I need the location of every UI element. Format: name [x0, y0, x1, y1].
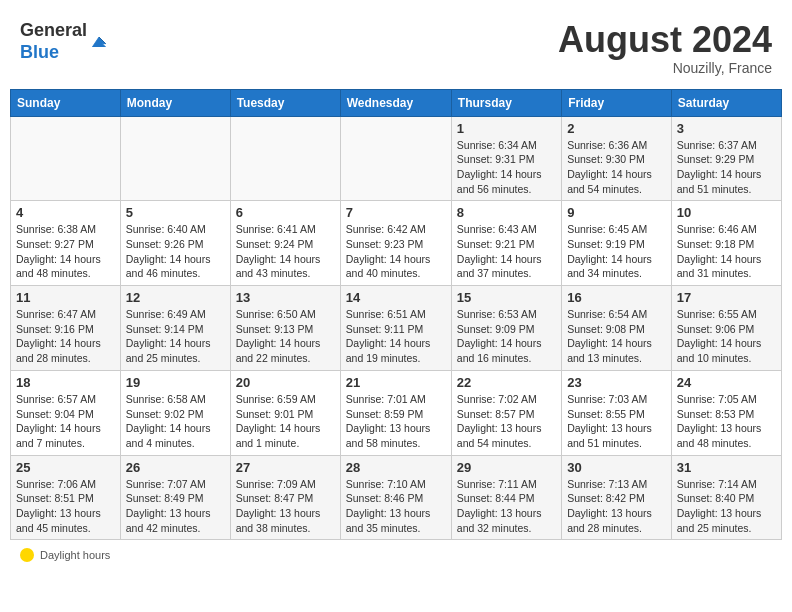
- day-number: 21: [346, 375, 446, 390]
- day-number: 26: [126, 460, 225, 475]
- calendar-cell: 31Sunrise: 7:14 AMSunset: 8:40 PMDayligh…: [671, 455, 781, 540]
- calendar-cell: 27Sunrise: 7:09 AMSunset: 8:47 PMDayligh…: [230, 455, 340, 540]
- day-number: 25: [16, 460, 115, 475]
- day-info: Sunrise: 6:43 AMSunset: 9:21 PMDaylight:…: [457, 222, 556, 281]
- day-info: Sunrise: 7:13 AMSunset: 8:42 PMDaylight:…: [567, 477, 666, 536]
- day-number: 16: [567, 290, 666, 305]
- day-info: Sunrise: 6:53 AMSunset: 9:09 PMDaylight:…: [457, 307, 556, 366]
- day-info: Sunrise: 6:45 AMSunset: 9:19 PMDaylight:…: [567, 222, 666, 281]
- calendar-cell: 7Sunrise: 6:42 AMSunset: 9:23 PMDaylight…: [340, 201, 451, 286]
- footer: Daylight hours: [10, 540, 782, 566]
- weekday-header-wednesday: Wednesday: [340, 89, 451, 116]
- day-info: Sunrise: 7:10 AMSunset: 8:46 PMDaylight:…: [346, 477, 446, 536]
- day-number: 30: [567, 460, 666, 475]
- calendar-cell: 2Sunrise: 6:36 AMSunset: 9:30 PMDaylight…: [562, 116, 672, 201]
- weekday-header-row: SundayMondayTuesdayWednesdayThursdayFrid…: [11, 89, 782, 116]
- calendar-week-3: 11Sunrise: 6:47 AMSunset: 9:16 PMDayligh…: [11, 286, 782, 371]
- day-number: 23: [567, 375, 666, 390]
- day-info: Sunrise: 7:05 AMSunset: 8:53 PMDaylight:…: [677, 392, 776, 451]
- day-number: 2: [567, 121, 666, 136]
- day-number: 6: [236, 205, 335, 220]
- day-info: Sunrise: 6:55 AMSunset: 9:06 PMDaylight:…: [677, 307, 776, 366]
- calendar-cell: 23Sunrise: 7:03 AMSunset: 8:55 PMDayligh…: [562, 370, 672, 455]
- calendar-week-1: 1Sunrise: 6:34 AMSunset: 9:31 PMDaylight…: [11, 116, 782, 201]
- logo-text: General Blue: [20, 20, 87, 63]
- calendar-cell: 5Sunrise: 6:40 AMSunset: 9:26 PMDaylight…: [120, 201, 230, 286]
- calendar-week-5: 25Sunrise: 7:06 AMSunset: 8:51 PMDayligh…: [11, 455, 782, 540]
- calendar-cell: 18Sunrise: 6:57 AMSunset: 9:04 PMDayligh…: [11, 370, 121, 455]
- day-number: 8: [457, 205, 556, 220]
- weekday-header-tuesday: Tuesday: [230, 89, 340, 116]
- calendar-week-4: 18Sunrise: 6:57 AMSunset: 9:04 PMDayligh…: [11, 370, 782, 455]
- day-number: 14: [346, 290, 446, 305]
- title-area: August 2024 Nouzilly, France: [558, 20, 772, 76]
- day-number: 24: [677, 375, 776, 390]
- day-info: Sunrise: 7:01 AMSunset: 8:59 PMDaylight:…: [346, 392, 446, 451]
- calendar-cell: 12Sunrise: 6:49 AMSunset: 9:14 PMDayligh…: [120, 286, 230, 371]
- day-info: Sunrise: 6:34 AMSunset: 9:31 PMDaylight:…: [457, 138, 556, 197]
- calendar-week-2: 4Sunrise: 6:38 AMSunset: 9:27 PMDaylight…: [11, 201, 782, 286]
- calendar-cell: 9Sunrise: 6:45 AMSunset: 9:19 PMDaylight…: [562, 201, 672, 286]
- day-number: 4: [16, 205, 115, 220]
- calendar-cell: 26Sunrise: 7:07 AMSunset: 8:49 PMDayligh…: [120, 455, 230, 540]
- calendar-cell: 11Sunrise: 6:47 AMSunset: 9:16 PMDayligh…: [11, 286, 121, 371]
- day-number: 22: [457, 375, 556, 390]
- calendar-cell: 25Sunrise: 7:06 AMSunset: 8:51 PMDayligh…: [11, 455, 121, 540]
- logo-blue: Blue: [20, 42, 59, 62]
- calendar-cell: 4Sunrise: 6:38 AMSunset: 9:27 PMDaylight…: [11, 201, 121, 286]
- weekday-header-thursday: Thursday: [451, 89, 561, 116]
- weekday-header-monday: Monday: [120, 89, 230, 116]
- day-info: Sunrise: 6:54 AMSunset: 9:08 PMDaylight:…: [567, 307, 666, 366]
- calendar-cell: 22Sunrise: 7:02 AMSunset: 8:57 PMDayligh…: [451, 370, 561, 455]
- calendar-cell: 19Sunrise: 6:58 AMSunset: 9:02 PMDayligh…: [120, 370, 230, 455]
- weekday-header-saturday: Saturday: [671, 89, 781, 116]
- day-info: Sunrise: 6:38 AMSunset: 9:27 PMDaylight:…: [16, 222, 115, 281]
- calendar-cell: 14Sunrise: 6:51 AMSunset: 9:11 PMDayligh…: [340, 286, 451, 371]
- day-number: 28: [346, 460, 446, 475]
- day-info: Sunrise: 6:51 AMSunset: 9:11 PMDaylight:…: [346, 307, 446, 366]
- calendar-cell: [11, 116, 121, 201]
- sun-icon: [20, 548, 34, 562]
- logo-general: General: [20, 20, 87, 40]
- day-number: 3: [677, 121, 776, 136]
- day-number: 27: [236, 460, 335, 475]
- month-year: August 2024: [558, 20, 772, 60]
- calendar-cell: 1Sunrise: 6:34 AMSunset: 9:31 PMDaylight…: [451, 116, 561, 201]
- day-info: Sunrise: 7:11 AMSunset: 8:44 PMDaylight:…: [457, 477, 556, 536]
- day-number: 10: [677, 205, 776, 220]
- day-number: 7: [346, 205, 446, 220]
- day-info: Sunrise: 6:47 AMSunset: 9:16 PMDaylight:…: [16, 307, 115, 366]
- day-info: Sunrise: 6:41 AMSunset: 9:24 PMDaylight:…: [236, 222, 335, 281]
- day-number: 31: [677, 460, 776, 475]
- day-number: 1: [457, 121, 556, 136]
- day-info: Sunrise: 6:49 AMSunset: 9:14 PMDaylight:…: [126, 307, 225, 366]
- logo-icon: [89, 32, 109, 52]
- day-info: Sunrise: 6:40 AMSunset: 9:26 PMDaylight:…: [126, 222, 225, 281]
- day-info: Sunrise: 6:36 AMSunset: 9:30 PMDaylight:…: [567, 138, 666, 197]
- day-info: Sunrise: 6:59 AMSunset: 9:01 PMDaylight:…: [236, 392, 335, 451]
- calendar-cell: 6Sunrise: 6:41 AMSunset: 9:24 PMDaylight…: [230, 201, 340, 286]
- day-info: Sunrise: 7:03 AMSunset: 8:55 PMDaylight:…: [567, 392, 666, 451]
- location: Nouzilly, France: [558, 60, 772, 76]
- calendar-cell: 21Sunrise: 7:01 AMSunset: 8:59 PMDayligh…: [340, 370, 451, 455]
- day-info: Sunrise: 7:02 AMSunset: 8:57 PMDaylight:…: [457, 392, 556, 451]
- day-info: Sunrise: 7:09 AMSunset: 8:47 PMDaylight:…: [236, 477, 335, 536]
- calendar-cell: [340, 116, 451, 201]
- day-info: Sunrise: 7:06 AMSunset: 8:51 PMDaylight:…: [16, 477, 115, 536]
- calendar-cell: [120, 116, 230, 201]
- day-number: 15: [457, 290, 556, 305]
- calendar-cell: 24Sunrise: 7:05 AMSunset: 8:53 PMDayligh…: [671, 370, 781, 455]
- day-info: Sunrise: 7:14 AMSunset: 8:40 PMDaylight:…: [677, 477, 776, 536]
- calendar-cell: 3Sunrise: 6:37 AMSunset: 9:29 PMDaylight…: [671, 116, 781, 201]
- weekday-header-sunday: Sunday: [11, 89, 121, 116]
- day-info: Sunrise: 6:57 AMSunset: 9:04 PMDaylight:…: [16, 392, 115, 451]
- calendar-cell: 29Sunrise: 7:11 AMSunset: 8:44 PMDayligh…: [451, 455, 561, 540]
- day-info: Sunrise: 6:58 AMSunset: 9:02 PMDaylight:…: [126, 392, 225, 451]
- calendar-cell: 15Sunrise: 6:53 AMSunset: 9:09 PMDayligh…: [451, 286, 561, 371]
- day-number: 29: [457, 460, 556, 475]
- day-info: Sunrise: 6:46 AMSunset: 9:18 PMDaylight:…: [677, 222, 776, 281]
- calendar-cell: 8Sunrise: 6:43 AMSunset: 9:21 PMDaylight…: [451, 201, 561, 286]
- day-number: 12: [126, 290, 225, 305]
- daylight-label: Daylight hours: [40, 549, 110, 561]
- day-info: Sunrise: 6:37 AMSunset: 9:29 PMDaylight:…: [677, 138, 776, 197]
